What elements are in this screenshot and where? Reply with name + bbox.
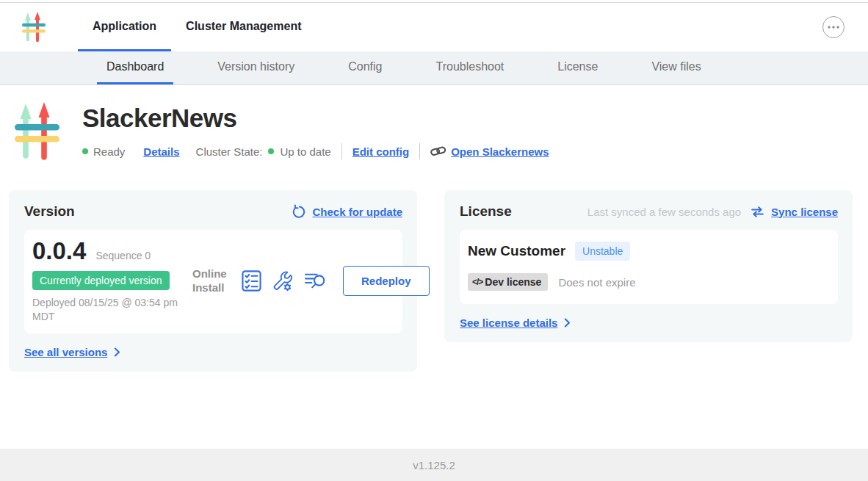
app-logo-small: [22, 12, 46, 43]
app-status-dot: [82, 148, 88, 154]
external-link-icon: [430, 145, 446, 157]
divider: [341, 143, 342, 159]
app-status-label: Ready: [93, 145, 125, 158]
preflight-checks-button[interactable]: [242, 270, 261, 292]
page-title: SlackerNews: [82, 104, 549, 133]
edit-config-link[interactable]: Edit config: [352, 145, 410, 158]
deployed-status-badge: Currently deployed version: [32, 271, 170, 290]
code-icon: </>: [472, 277, 482, 287]
overflow-menu-button[interactable]: [822, 16, 845, 38]
current-version-panel: 0.0.4 Sequence 0 Currently deployed vers…: [24, 230, 402, 333]
cluster-state-dot: [268, 148, 274, 154]
license-detail-panel: New Customer Unstable </> Dev license Do…: [460, 230, 838, 304]
license-type-badge: </> Dev license: [468, 273, 548, 291]
tab-cluster-management[interactable]: Cluster Management: [171, 3, 316, 51]
check-for-update[interactable]: Check for update: [291, 204, 402, 219]
config-button[interactable]: [272, 270, 293, 292]
topbar: Application Cluster Management: [0, 3, 868, 51]
sync-icon: [751, 206, 764, 218]
slackernews-logo-icon: [15, 102, 59, 161]
refresh-icon: [291, 204, 305, 219]
install-type-label: Online Install: [192, 267, 231, 295]
app-subnav: Dashboard Version history Config Trouble…: [0, 51, 868, 85]
cluster-state-label: Cluster State:: [196, 145, 263, 158]
tab-application[interactable]: Application: [78, 3, 171, 51]
deploy-logs-button[interactable]: [304, 271, 327, 291]
version-card-title: Version: [24, 203, 75, 220]
dashboard-cards: Version Check for update 0.0.4 Sequ: [9, 190, 859, 372]
deploy-logs-icon: [304, 271, 327, 291]
version-card: Version Check for update 0.0.4 Sequ: [9, 190, 417, 372]
deployed-timestamp: Deployed 08/15/25 @ 03:54 pm MDT: [32, 296, 192, 324]
cluster-state-value: Up to date: [280, 145, 330, 158]
tab-troubleshoot[interactable]: Troubleshoot: [426, 51, 513, 84]
kots-admin-console: Application Cluster Management Dashboard…: [0, 0, 868, 481]
see-license-details-link[interactable]: See license details: [460, 317, 557, 329]
tab-version-history[interactable]: Version history: [208, 51, 304, 84]
sync-license-link[interactable]: Sync license: [771, 206, 838, 218]
topnav: Application Cluster Management: [78, 3, 316, 51]
slackernews-logo-icon: [22, 12, 46, 43]
tab-view-files[interactable]: View files: [642, 51, 710, 84]
channel-badge: Unstable: [575, 242, 630, 261]
license-card: License Last synced a few seconds ago Sy…: [444, 190, 853, 342]
expiry-label: Does not expire: [558, 276, 635, 289]
app-status-row: Ready Details Cluster State: Up to date …: [82, 143, 549, 159]
last-synced-label: Last synced a few seconds ago: [587, 206, 741, 218]
app-logo-large: [15, 102, 59, 164]
tab-dashboard[interactable]: Dashboard: [97, 51, 173, 84]
chevron-right-icon: [564, 318, 571, 328]
check-for-update-link[interactable]: Check for update: [312, 206, 402, 218]
divider: [419, 143, 420, 159]
open-app-link[interactable]: Open Slackernews: [451, 145, 549, 158]
see-all-versions[interactable]: See all versions: [24, 346, 402, 358]
see-license-details[interactable]: See license details: [460, 317, 838, 329]
redeploy-button[interactable]: Redeploy: [343, 266, 430, 296]
console-footer: v1.125.2: [0, 449, 868, 481]
customer-name: New Customer: [468, 243, 565, 259]
license-type-label: Dev license: [485, 276, 541, 288]
sequence-label: Sequence 0: [95, 250, 151, 261]
config-wrench-icon: [272, 270, 293, 292]
see-all-versions-link[interactable]: See all versions: [24, 346, 107, 358]
preflight-checks-icon: [242, 270, 261, 292]
chevron-right-icon: [114, 347, 120, 357]
app-hero: SlackerNews Ready Details Cluster State:…: [0, 85, 868, 164]
details-link[interactable]: Details: [143, 145, 179, 158]
tab-config[interactable]: Config: [339, 51, 391, 84]
tab-license[interactable]: License: [548, 51, 607, 84]
version-number: 0.0.4: [32, 239, 86, 264]
license-card-title: License: [460, 203, 512, 220]
ellipsis-icon: [827, 25, 840, 29]
topbar-spacer: [316, 3, 822, 51]
console-version: v1.125.2: [413, 459, 455, 471]
